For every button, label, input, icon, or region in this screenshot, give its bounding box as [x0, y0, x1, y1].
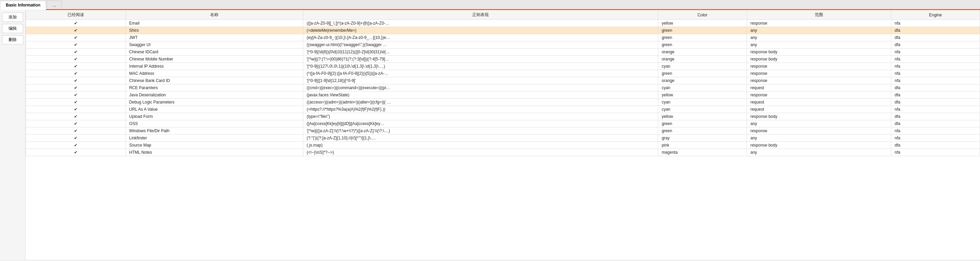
row-check[interactable]: ✔: [26, 84, 126, 91]
row-check[interactable]: ✔: [26, 120, 126, 127]
row-range: response: [747, 91, 891, 99]
row-color: green: [658, 70, 747, 77]
row-check[interactable]: ✔: [26, 70, 126, 77]
table-row[interactable]: ✔URL As A Value(=https?://*https?%3a(a|A…: [26, 106, 980, 113]
table-row[interactable]: ✔Debug Logic Parameters((access=)|(adm=)…: [26, 99, 980, 106]
row-check[interactable]: ✔: [26, 142, 126, 149]
row-regex: (javax.faces.ViewState): [303, 91, 658, 99]
sidebar: 添加编辑删除: [0, 10, 25, 259]
col-header-已经阅读: 已经阅读: [26, 10, 126, 20]
row-regex: '[^0-9](\d{8})(0\d|10|11|12)(([0-2]\d|30…: [303, 48, 658, 56]
row-check[interactable]: ✔: [26, 48, 126, 56]
table-row[interactable]: ✔Chinese Bank Card ID'[^0-9]([1-9]\d{12,…: [26, 77, 980, 84]
row-regex: (<!--[\s\S]*?-->): [303, 149, 658, 156]
main-table: 已经阅读名称正则表现Color范围Engine ✔Email(([a-zA-Z0…: [25, 10, 980, 156]
row-color: cyan: [658, 63, 747, 70]
table-row[interactable]: ✔OSS([Aa]ccess[Kk]ey[Ii]|[dD]|[Aa]ccess[…: [26, 120, 980, 127]
row-engine: nfa: [891, 70, 980, 77]
row-name: Chinese Bank Card ID: [126, 77, 303, 84]
col-header-范围: 范围: [747, 10, 891, 20]
table-row[interactable]: ✔Chinese Mobile Number'[^\w]((?:(?:\+|00…: [26, 56, 980, 63]
row-color: green: [658, 127, 747, 135]
row-check[interactable]: ✔: [26, 56, 126, 63]
row-name: Internal IP Address: [126, 63, 303, 70]
row-range: request: [747, 99, 891, 106]
table-row[interactable]: ✔MAC Address(^([a-fA-F0-9]{2}:([a-fA-F0-…: [26, 70, 980, 77]
row-check[interactable]: ✔: [26, 41, 126, 48]
table-row[interactable]: ✔Shiro(=deleteMe|rememberMe=)greenanydfa: [26, 27, 980, 34]
row-regex: '[^0-9]([1-9]\d{12,18})[^0-9]': [303, 77, 658, 84]
table-row[interactable]: ✔Swagger UI((swagger-ui.html)(\"swagger\…: [26, 41, 980, 48]
row-color: green: [658, 27, 747, 34]
table-row[interactable]: ✔Chinese IDCard'[^0-9](\d{8})(0\d|10|11|…: [26, 48, 980, 56]
row-regex: (.js.map): [303, 142, 658, 149]
row-check[interactable]: ✔: [26, 91, 126, 99]
sidebar-btn-add[interactable]: 添加: [2, 13, 23, 22]
row-range: any: [747, 135, 891, 142]
row-check[interactable]: ✔: [26, 106, 126, 113]
col-header-color: Color: [658, 10, 747, 20]
tab-basic[interactable]: Basic Information: [0, 1, 46, 10]
row-check[interactable]: ✔: [26, 34, 126, 41]
row-color: cyan: [658, 106, 747, 113]
row-range: response body: [747, 56, 891, 63]
row-range: request: [747, 106, 891, 113]
row-name: URL As A Value: [126, 106, 303, 113]
row-engine: nfa: [891, 106, 980, 113]
row-engine: nfa: [891, 127, 980, 135]
row-engine: dfa: [891, 120, 980, 127]
row-name: Shiro: [126, 27, 303, 34]
row-check[interactable]: ✔: [26, 63, 126, 70]
row-range: any: [747, 34, 891, 41]
table-row[interactable]: ✔HTML Notes(<!--[\s\S]*?-->)magentaanynf…: [26, 149, 980, 156]
row-check[interactable]: ✔: [26, 77, 126, 84]
row-name: Debug Logic Parameters: [126, 99, 303, 106]
row-check[interactable]: ✔: [26, 135, 126, 142]
row-range: any: [747, 120, 891, 127]
row-regex: (([a-zA-Z0-9][_\.])*(a-zA-Z0-9]+@([a-zA-…: [303, 20, 658, 27]
row-regex: ([Aa]ccess[Kk]ey[Ii]|[dD]|[Aa]ccess[Kk]e…: [303, 120, 658, 127]
table-row[interactable]: ✔Linkfinder(?:"|')((?:[a-zA-Z]{1,10}://|…: [26, 135, 980, 142]
row-color: green: [658, 34, 747, 41]
row-name: Chinese Mobile Number: [126, 56, 303, 63]
row-color: magenta: [658, 149, 747, 156]
row-check[interactable]: ✔: [26, 27, 126, 34]
row-check[interactable]: ✔: [26, 99, 126, 106]
row-check[interactable]: ✔: [26, 149, 126, 156]
table-row[interactable]: ✔Upload Form(type=\"file\")yellowrespons…: [26, 113, 980, 120]
tab-more[interactable]: ...: [47, 1, 62, 9]
row-range: any: [747, 27, 891, 34]
row-range: response: [747, 70, 891, 77]
row-range: response: [747, 77, 891, 84]
table-row[interactable]: ✔JWT(ey[A-Za-z0-9_-]{10,}\.[A-Za-z0-9_…]…: [26, 34, 980, 41]
row-name: RCE Paramters: [126, 84, 303, 91]
row-regex: (=deleteMe|rememberMe=): [303, 27, 658, 34]
row-name: HTML Notes: [126, 149, 303, 156]
table-row[interactable]: ✔Windows File/Dir Path'[^\w](([a-zA-Z]:\…: [26, 127, 980, 135]
row-check[interactable]: ✔: [26, 20, 126, 27]
row-color: yellow: [658, 20, 747, 27]
row-regex: (?:"|')((?:[a-zA-Z]{1,10}://|//)[^"'/]{1…: [303, 135, 658, 142]
row-range: request: [747, 84, 891, 91]
table-row[interactable]: ✔Source Map(.js.map)pinkresponse bodydfa: [26, 142, 980, 149]
table-row[interactable]: ✔Internal IP Address'[^0-9]((127\.0\.0\.…: [26, 63, 980, 70]
sidebar-btn-delete[interactable]: 删除: [2, 35, 23, 45]
row-check[interactable]: ✔: [26, 113, 126, 120]
sidebar-btn-edit[interactable]: 编辑: [2, 24, 23, 33]
row-regex: (^([a-fA-F0-9]{2}:([a-fA-F0-9]{2})){5})(…: [303, 70, 658, 77]
row-engine: nfa: [891, 63, 980, 70]
row-regex: ((access=)|(adm=)|(admin=)|(alter=)|(cfg…: [303, 99, 658, 106]
table-container: 已经阅读名称正则表现Color范围Engine ✔Email(([a-zA-Z0…: [25, 10, 980, 259]
main-layout: 添加编辑删除 已经阅读名称正则表现Color范围Engine ✔Email(([…: [0, 10, 980, 259]
row-color: green: [658, 120, 747, 127]
row-range: response body: [747, 142, 891, 149]
row-name: Chinese IDCard: [126, 48, 303, 56]
row-engine: dfa: [891, 27, 980, 34]
row-engine: dfa: [891, 99, 980, 106]
row-regex: ((swagger-ui.html)(\"swagger\";)(Swagger…: [303, 41, 658, 48]
table-row[interactable]: ✔Email(([a-zA-Z0-9][_\.])*(a-zA-Z0-9]+@(…: [26, 20, 980, 27]
table-row[interactable]: ✔Java Deserialization(javax.faces.ViewSt…: [26, 91, 980, 99]
row-color: yellow: [658, 113, 747, 120]
table-row[interactable]: ✔RCE Paramters((cmd=)|(exec=)|(command=)…: [26, 84, 980, 91]
row-check[interactable]: ✔: [26, 127, 126, 135]
